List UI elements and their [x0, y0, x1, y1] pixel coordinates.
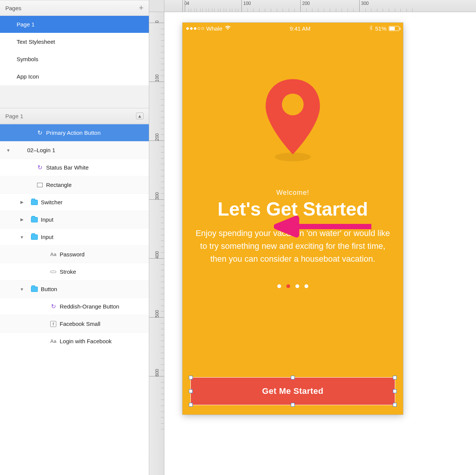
layer-row[interactable]: AaLogin with Facebook — [0, 332, 149, 350]
ruler-tick: 300 — [359, 0, 369, 12]
folder-icon — [30, 200, 39, 205]
ruler-origin[interactable] — [149, 0, 164, 12]
layer-row[interactable]: ↻Primary Action Button — [0, 124, 149, 141]
ruler-tick: 500 — [149, 317, 164, 318]
battery-pct: 51% — [375, 25, 386, 32]
welcome-label: Welcome! — [182, 189, 403, 197]
sidebar: Pages + Page 1 Text Stylesheet Symbols A… — [0, 0, 149, 475]
carrier-label: Whale — [206, 25, 223, 32]
page-item-text-stylesheet[interactable]: Text Stylesheet — [0, 33, 149, 51]
layers-header: Page 1 ▴ — [0, 108, 149, 124]
rectangle-icon — [36, 183, 44, 187]
selection-handle-icon[interactable] — [189, 389, 193, 393]
bluetooth-icon — [369, 25, 373, 32]
layer-row[interactable]: ▼Input — [0, 228, 149, 245]
layers-list: ↻Primary Action Button▼02–Login 1↻Status… — [0, 124, 149, 475]
canvas-area: 01002003004 0100200300400500600 Whale 9:… — [149, 0, 476, 475]
pages-filler — [0, 85, 149, 108]
ruler-tick: 400 — [149, 258, 164, 259]
ruler-tick: 4 — [185, 0, 189, 12]
ruler-tick: 100 — [149, 82, 164, 82]
status-bar: Whale 9:41 AM 51% — [182, 23, 403, 34]
layer-row[interactable]: Rectangle — [0, 176, 149, 193]
symbol-icon: ↻ — [49, 303, 57, 310]
layer-label: 02–Login 1 — [27, 147, 55, 153]
layer-row[interactable]: ▼02–Login 1 — [0, 141, 149, 159]
text-icon: Aa — [49, 251, 57, 257]
battery-icon — [389, 26, 399, 31]
headline: Let's Get Started — [182, 198, 403, 220]
body-text: Enjoy spending your vacation 'on water' … — [193, 227, 393, 265]
layer-label: Stroke — [60, 268, 76, 275]
layer-label: Input — [41, 234, 53, 240]
symbol-icon: ↻ — [36, 164, 44, 171]
text-icon: Aa — [49, 338, 57, 344]
page-item-symbols[interactable]: Symbols — [0, 51, 149, 68]
pages-list: Page 1 Text Stylesheet Symbols App Icon — [0, 16, 149, 85]
selection-handle-icon[interactable] — [291, 403, 295, 407]
page-item-app-icon[interactable]: App Icon — [0, 68, 149, 85]
cta-label: Get Me Started — [262, 386, 323, 396]
disclosure-icon[interactable]: ▶ — [19, 200, 25, 205]
pager-dot — [295, 284, 299, 288]
layer-row[interactable]: ↻Reddish-Orange Button — [0, 298, 149, 315]
layer-row[interactable]: AaPassword — [0, 245, 149, 263]
selection-handle-icon[interactable] — [393, 376, 397, 379]
layer-label: Password — [60, 251, 85, 258]
ruler-horizontal[interactable]: 01002003004 — [164, 0, 476, 12]
status-time: 9:41 AM — [290, 25, 311, 32]
map-pin-icon — [182, 76, 403, 162]
disclosure-icon[interactable]: ▶ — [19, 217, 25, 222]
ruler-tick: 0 — [149, 23, 164, 23]
symbol-icon: ↻ — [36, 129, 44, 136]
folder-icon — [30, 234, 39, 240]
add-page-icon[interactable]: + — [139, 3, 144, 13]
layer-label: Login with Facebook — [60, 338, 112, 344]
artboard-welcome[interactable]: Whale 9:41 AM 51% — [182, 23, 403, 415]
layer-row[interactable]: Stroke — [0, 263, 149, 280]
ruler-tick: 300 — [149, 199, 164, 200]
pages-header: Pages + — [0, 0, 149, 16]
canvas[interactable]: Whale 9:41 AM 51% — [164, 12, 476, 475]
status-left: Whale — [186, 25, 231, 32]
layer-row[interactable]: fFacebook Small — [0, 315, 149, 332]
layer-label: Reddish-Orange Button — [60, 303, 119, 310]
folder-icon — [30, 287, 39, 292]
selection-handle-icon[interactable] — [189, 376, 193, 379]
pages-panel: Pages + Page 1 Text Stylesheet Symbols A… — [0, 0, 149, 108]
layer-label: Rectangle — [46, 182, 72, 188]
ruler-tick: 100 — [241, 0, 251, 12]
svg-point-1 — [282, 94, 304, 115]
disclosure-icon[interactable]: ▼ — [19, 235, 25, 239]
layer-label: Primary Action Button — [46, 130, 100, 136]
layer-row[interactable]: ↻Status Bar White — [0, 159, 149, 176]
pages-header-label: Pages — [5, 5, 22, 11]
collapse-icon[interactable]: ▴ — [136, 113, 144, 119]
folder-icon — [30, 217, 39, 222]
layer-label: Input — [41, 216, 53, 223]
selection-handle-icon[interactable] — [393, 389, 397, 393]
ruler-vertical[interactable]: 0100200300400500600 — [149, 12, 164, 475]
ruler-tick: 200 — [149, 140, 164, 141]
pager-dot — [304, 284, 308, 288]
page-item-page1[interactable]: Page 1 — [0, 16, 149, 33]
layers-header-label: Page 1 — [5, 113, 23, 119]
layer-label: Status Bar White — [46, 164, 89, 171]
pager-dot — [277, 284, 281, 288]
layer-row[interactable]: ▼Button — [0, 280, 149, 298]
pager-dot — [286, 284, 290, 288]
selection-handle-icon[interactable] — [189, 403, 193, 407]
layer-row[interactable]: ▶Switcher — [0, 193, 149, 211]
page-indicator — [182, 284, 403, 288]
selection-handle-icon[interactable] — [393, 403, 397, 407]
disclosure-icon[interactable]: ▼ — [5, 148, 11, 153]
cta-button[interactable]: Get Me Started — [191, 378, 395, 405]
status-right: 51% — [369, 25, 399, 32]
selection-handle-icon[interactable] — [291, 376, 295, 379]
layer-row[interactable]: ▶Input — [0, 211, 149, 228]
signal-dots-icon — [186, 27, 204, 30]
facebook-icon: f — [49, 321, 57, 327]
ruler-tick: 600 — [149, 376, 164, 376]
cta-selection[interactable]: Get Me Started — [191, 378, 395, 405]
disclosure-icon[interactable]: ▼ — [19, 287, 25, 291]
